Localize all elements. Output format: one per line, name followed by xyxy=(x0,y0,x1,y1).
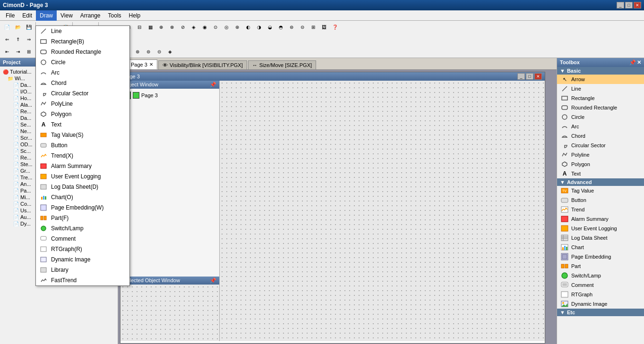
toolbox-item-circle[interactable]: Circle xyxy=(557,112,644,122)
draw-menu-switch-lamp[interactable]: Switch/Lamp xyxy=(36,223,129,234)
tb3-b3[interactable]: ⊞ xyxy=(24,46,34,57)
main-canvas[interactable] xyxy=(220,81,545,341)
tab-close-page3[interactable]: ✕ xyxy=(149,62,153,67)
draw-menu-rtgraph[interactable]: RTGraph(R) xyxy=(36,244,129,254)
draw-menu-chord[interactable]: Chord xyxy=(36,78,129,88)
toolbox-item-switch-lamp[interactable]: Switch/Lamp xyxy=(557,271,644,280)
toolbox-item-rectangle[interactable]: Rectangle xyxy=(557,93,644,103)
tb-b20[interactable]: ⊞ xyxy=(308,22,318,32)
toolbox-item-log-data-sheet[interactable]: Log Data Sheet xyxy=(557,233,644,243)
tb-b12[interactable]: ◎ xyxy=(221,22,232,32)
tb3-b16[interactable]: ◈ xyxy=(165,46,175,57)
draw-menu-circular-sector[interactable]: Circular Sector xyxy=(36,88,129,99)
menu-arrange[interactable]: Arrange xyxy=(77,10,104,21)
draw-menu-rounded-rect[interactable]: Rounded Rectangle xyxy=(36,47,129,57)
draw-menu-line[interactable]: Line xyxy=(36,26,129,36)
tb-help[interactable]: ❓ xyxy=(330,22,340,32)
toolbox-close[interactable]: ✕ xyxy=(637,59,641,66)
draw-menu-polygon[interactable]: Polygon xyxy=(36,109,129,119)
draw-menu-chart[interactable]: Chart(O) xyxy=(36,192,129,202)
sel-obj-pin[interactable]: 📌 xyxy=(210,277,216,284)
minimize-button[interactable]: _ xyxy=(617,2,624,8)
menu-view[interactable]: View xyxy=(57,10,77,21)
menu-edit[interactable]: Edit xyxy=(18,10,36,21)
tb-b13[interactable]: ⊛ xyxy=(232,22,242,32)
toolbox-item-line[interactable]: Line xyxy=(557,84,644,93)
tb3-b13[interactable]: ⊛ xyxy=(132,46,143,57)
tb-b5[interactable]: ▦ xyxy=(145,22,155,32)
tb-save[interactable]: 💾 xyxy=(24,22,34,32)
draw-menu-trend[interactable]: Trend(X) xyxy=(36,151,129,161)
draw-menu-button[interactable]: Button xyxy=(36,140,129,151)
tb2-b3[interactable]: ⇒ xyxy=(24,34,34,44)
toolbox-section-advanced[interactable]: ▼ Advanced xyxy=(557,178,644,186)
draw-menu-page-embedding[interactable]: Page Embedding(W) xyxy=(36,202,129,213)
toolbox-item-chord[interactable]: Chord xyxy=(557,131,644,141)
menu-help[interactable]: Help xyxy=(125,10,145,21)
tb-b4[interactable]: ⊟ xyxy=(134,22,145,32)
toolbox-item-page-embedding[interactable]: Page Embedding xyxy=(557,252,644,261)
tb-b14[interactable]: ◐ xyxy=(243,22,253,32)
tb3-b15[interactable]: ⊝ xyxy=(154,46,164,57)
draw-menu-comment[interactable]: Comment xyxy=(36,234,129,244)
toolbox-item-alarm-summary[interactable]: Alarm Summary xyxy=(557,214,644,224)
tb-b19[interactable]: ⊝ xyxy=(297,22,308,32)
draw-menu-part[interactable]: Part(F) xyxy=(36,213,129,223)
toolbox-pin[interactable]: 📌 xyxy=(629,59,636,66)
toolbox-item-text[interactable]: A Text xyxy=(557,169,644,178)
inner-min-btn[interactable]: _ xyxy=(517,73,525,80)
tb-b11[interactable]: ⊙ xyxy=(210,22,221,32)
tab-sizemove[interactable]: ↔ Size/Move [SIZE.PGX] xyxy=(248,60,316,69)
tab-visibility[interactable]: 👁 Visibility/Blink [VISIBILITY.PGX] xyxy=(158,60,247,69)
tb-b7[interactable]: ⊗ xyxy=(167,22,177,32)
tb2-b2[interactable]: ⇑ xyxy=(13,34,23,44)
draw-menu-alarm-summary[interactable]: Alarm Summary xyxy=(36,161,129,171)
toolbox-item-arrow[interactable]: ↖ Arrow xyxy=(557,75,644,84)
draw-menu-log-data-sheet[interactable]: Log Data Sheet(D) xyxy=(36,182,129,192)
draw-menu-text[interactable]: A Text xyxy=(36,119,129,130)
draw-menu-arc[interactable]: Arc xyxy=(36,67,129,78)
toolbox-item-comment[interactable]: Comment xyxy=(557,280,644,290)
tb-b17[interactable]: ◓ xyxy=(275,22,286,32)
tb-b9[interactable]: ◈ xyxy=(189,22,199,32)
tb3-b14[interactable]: ⊜ xyxy=(143,46,154,57)
tb-b10[interactable]: ◉ xyxy=(199,22,210,32)
toolbox-item-button[interactable]: Button xyxy=(557,195,644,205)
tb-b15[interactable]: ◑ xyxy=(254,22,264,32)
draw-menu-dynamic-image[interactable]: Dynamic Image xyxy=(36,254,129,265)
tb-open[interactable]: 📂 xyxy=(13,22,23,32)
menu-draw[interactable]: Draw xyxy=(36,10,57,21)
close-button[interactable]: ✕ xyxy=(634,2,641,8)
draw-menu-tagvalue[interactable]: Tag Value(S) xyxy=(36,130,129,140)
tb-b6[interactable]: ⊕ xyxy=(156,22,166,32)
draw-menu-user-event[interactable]: User Event Logging xyxy=(36,171,129,182)
toolbox-item-polyline[interactable]: Polyline xyxy=(557,150,644,159)
toolbox-item-tagvalue[interactable]: TV Tag Value xyxy=(557,186,644,195)
tb3-b2[interactable]: ⇥ xyxy=(13,46,23,57)
toolbox-section-basic[interactable]: ▼ Basic xyxy=(557,67,644,75)
tb3-b1[interactable]: ⇤ xyxy=(2,46,12,57)
toolbox-item-chart[interactable]: Chart xyxy=(557,243,644,252)
toolbox-item-user-event[interactable]: User Event Logging xyxy=(557,224,644,233)
toolbox-item-circular-sector[interactable]: Circular Sector xyxy=(557,141,644,150)
draw-menu-polyline[interactable]: PolyLine xyxy=(36,99,129,109)
toolbox-item-polygon[interactable]: Polygon xyxy=(557,159,644,169)
tb-b18[interactable]: ⊜ xyxy=(286,22,297,32)
draw-menu-library[interactable]: Library xyxy=(36,265,129,275)
menu-file[interactable]: File xyxy=(2,10,18,21)
draw-menu-fasttrend[interactable]: FastTrend xyxy=(36,275,129,285)
toolbox-item-rtgraph[interactable]: RTGraph xyxy=(557,290,644,299)
toolbox-item-rounded-rect[interactable]: Rounded Rectangle xyxy=(557,103,644,112)
tb-b21[interactable]: 🖼 xyxy=(319,22,329,32)
draw-menu-circle[interactable]: Circle xyxy=(36,57,129,67)
toolbox-item-dynamic-image[interactable]: Dynamic Image xyxy=(557,299,644,309)
tb-b16[interactable]: ◒ xyxy=(265,22,275,32)
toolbox-item-trend[interactable]: Trend xyxy=(557,205,644,214)
tb2-b1[interactable]: ⇐ xyxy=(2,34,12,44)
menu-tools[interactable]: Tools xyxy=(104,10,125,21)
toolbox-section-etc[interactable]: ▼ Etc xyxy=(557,309,644,316)
inner-max-btn[interactable]: □ xyxy=(526,73,533,80)
maximize-button[interactable]: □ xyxy=(625,2,633,8)
toolbox-item-part[interactable]: Part xyxy=(557,261,644,271)
obj-win-pin[interactable]: 📌 xyxy=(210,82,216,88)
